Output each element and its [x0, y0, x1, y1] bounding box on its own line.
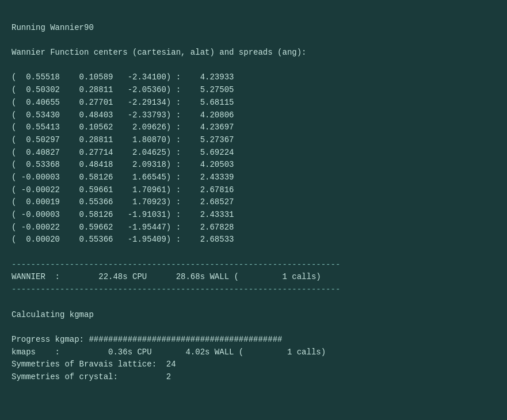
table-row: ( 0.00020 0.55366 -1.95409) : 2.68533: [12, 234, 495, 246]
table-row: ( 0.55518 0.10589 -2.34100) : 4.23933: [12, 71, 495, 84]
progress-bar: ########################################: [89, 335, 282, 344]
table-row: ( -0.00022 0.59662 -1.95447) : 2.67828: [12, 222, 495, 234]
data-rows: ( 0.55518 0.10589 -2.34100) : 4.23933( 0…: [12, 71, 495, 246]
table-row: ( -0.00003 0.58126 1.66545) : 2.43339: [12, 171, 495, 184]
progress-kgmap-line: Progress kgmap: ########################…: [12, 335, 282, 344]
symmetries-crystal: Symmetries of crystal: 2: [12, 372, 171, 381]
table-row: ( -0.00022 0.59661 1.70961) : 2.67816: [12, 184, 495, 197]
table-row: ( 0.50302 0.28811 -2.05360) : 5.27505: [12, 84, 495, 97]
table-row: ( 0.40655 0.27701 -2.29134) : 5.68115: [12, 97, 495, 109]
timing-section: ----------------------------------------…: [12, 246, 495, 384]
symmetries-bravais: Symmetries of Bravais lattice: 24: [12, 360, 176, 369]
kmaps-timing: kmaps : 0.36s CPU 4.02s WALL ( 1 calls): [12, 348, 326, 357]
progress-label: Progress kgmap:: [12, 335, 89, 344]
header-line: Wannier Function centers (cartesian, ala…: [12, 48, 306, 57]
separator-bottom: ----------------------------------------…: [12, 285, 340, 294]
separator-top: ----------------------------------------…: [12, 260, 340, 269]
terminal-output: Running Wannier90 Wannier Function cente…: [12, 9, 495, 71]
table-row: ( 0.40827 0.27714 2.04625) : 5.69224: [12, 147, 495, 159]
table-row: ( 0.00019 0.55366 1.70923) : 2.68527: [12, 196, 495, 209]
table-row: ( 0.53368 0.48418 2.09318) : 4.20503: [12, 159, 495, 171]
table-row: ( 0.55413 0.10562 2.09626) : 4.23697: [12, 121, 495, 134]
running-title: Running Wannier90: [12, 23, 94, 32]
calculating-kgmap: Calculating kgmap: [12, 310, 94, 319]
table-row: ( -0.00003 0.58126 -1.91031) : 2.43331: [12, 209, 495, 222]
wannier-timing: WANNIER : 22.48s CPU 28.68s WALL ( 1 cal…: [12, 272, 321, 281]
table-row: ( 0.50297 0.28811 1.80870) : 5.27367: [12, 134, 495, 147]
table-row: ( 0.53430 0.48403 -2.33793) : 4.20806: [12, 109, 495, 122]
